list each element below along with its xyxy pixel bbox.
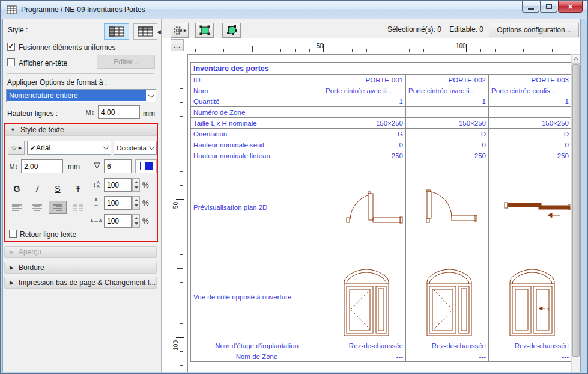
script-select[interactable]: Occidental bbox=[114, 141, 157, 155]
strikethrough-button[interactable]: Ŧ bbox=[69, 182, 87, 196]
script-name: Occidental bbox=[114, 143, 147, 153]
italic-button[interactable]: I bbox=[27, 182, 47, 196]
cell[interactable]: PORTE-001 bbox=[323, 75, 406, 85]
row-label[interactable]: Prévisualisation plan 2D bbox=[191, 161, 323, 254]
line-spacing-icon: ↕AA bbox=[89, 179, 103, 191]
text-style-section-header[interactable]: ▼ Style de texte bbox=[5, 124, 157, 136]
cell[interactable] bbox=[489, 107, 572, 118]
row-label[interactable]: Taille L x H nominale bbox=[191, 118, 323, 129]
width-factor-stepper[interactable] bbox=[132, 196, 140, 210]
cell[interactable]: Rez-de-chaussée bbox=[323, 340, 406, 351]
bold-button[interactable]: G bbox=[8, 182, 26, 196]
cell[interactable]: 250 bbox=[406, 150, 489, 161]
cell[interactable]: 150×250 bbox=[323, 118, 406, 129]
scrollbar-thumb[interactable] bbox=[572, 64, 580, 357]
ruler-corner-button[interactable]: ... bbox=[171, 39, 184, 51]
cell[interactable]: --- bbox=[489, 351, 572, 362]
cell-door-elevation-2[interactable] bbox=[406, 254, 489, 340]
cell[interactable]: 1 bbox=[406, 96, 489, 107]
cell[interactable]: 250 bbox=[323, 150, 406, 161]
pen-number-input[interactable] bbox=[104, 159, 132, 173]
cell[interactable]: Rez-de-chaussée bbox=[406, 340, 489, 351]
cell[interactable]: --- bbox=[323, 351, 406, 362]
row-height-input[interactable] bbox=[98, 105, 140, 119]
cell-door-plan-1[interactable] bbox=[323, 161, 406, 254]
titlebar[interactable]: Programme / NE-09 Inventaires Portes × bbox=[1, 1, 587, 19]
cell[interactable]: 1 bbox=[323, 96, 406, 107]
cell[interactable]: D bbox=[489, 129, 572, 139]
options-configuration-button[interactable]: Options configuration... bbox=[489, 23, 579, 37]
letter-spacing-stepper[interactable] bbox=[132, 214, 140, 228]
cell[interactable]: --- bbox=[406, 351, 489, 362]
close-button[interactable]: × bbox=[558, 1, 583, 13]
panel-print-footer[interactable]: ▶ Impression bas de page & Changement f.… bbox=[4, 277, 157, 289]
cell-door-plan-3[interactable] bbox=[489, 161, 572, 254]
cell[interactable]: D bbox=[406, 129, 489, 139]
vertical-scrollbar[interactable] bbox=[571, 54, 580, 372]
show-header-checkbox[interactable] bbox=[7, 58, 15, 66]
row-label[interactable]: Numéro de Zone bbox=[191, 107, 323, 118]
apply-format-select[interactable]: Nomenclature entière bbox=[6, 89, 156, 102]
cell[interactable]: Porte cintrée avec ti... bbox=[323, 85, 406, 96]
letter-spacing-input[interactable] bbox=[104, 214, 132, 228]
table-row: Taille L x H nominale 150×250 150×250 15… bbox=[191, 118, 572, 129]
style-grid-option-1[interactable] bbox=[104, 23, 129, 40]
favorites-button[interactable]: ☆ ▶ bbox=[8, 141, 25, 155]
line-spacing-stepper[interactable] bbox=[132, 178, 140, 192]
row-label[interactable]: Nom d'étage d'implantation bbox=[191, 340, 323, 351]
apply-format-label: Appliquer Options de format à : bbox=[7, 78, 107, 87]
style-grid-option-2[interactable] bbox=[133, 23, 157, 40]
cell[interactable]: 150×250 bbox=[406, 118, 489, 129]
underline-button[interactable]: S bbox=[49, 182, 67, 196]
row-label[interactable]: Hauteur nominale seuil bbox=[191, 139, 323, 150]
scroll-up-button[interactable] bbox=[572, 54, 580, 64]
row-label[interactable]: Nom de Zone bbox=[191, 351, 323, 362]
text-wrap-checkbox[interactable] bbox=[9, 230, 17, 238]
schedule-title[interactable]: Inventaire des portes bbox=[191, 63, 572, 75]
cell[interactable]: 1 bbox=[489, 96, 572, 107]
select-polygon-button[interactable] bbox=[222, 23, 241, 38]
row-label[interactable]: ID bbox=[191, 75, 323, 85]
maximize-button[interactable] bbox=[540, 1, 557, 13]
cell[interactable]: 0 bbox=[489, 139, 572, 150]
cell[interactable]: Rez-de-chaussée bbox=[489, 340, 572, 351]
cell[interactable]: G bbox=[323, 129, 406, 139]
align-left-button[interactable] bbox=[8, 201, 26, 214]
minimize-button[interactable] bbox=[522, 1, 539, 13]
row-label[interactable]: Nom bbox=[191, 85, 323, 96]
align-center-button[interactable] bbox=[28, 201, 46, 214]
settings-button[interactable]: ▶ bbox=[171, 23, 189, 38]
select-cells-button[interactable] bbox=[195, 23, 214, 38]
line-spacing-input[interactable] bbox=[104, 178, 132, 192]
door-plan-swing-left-icon bbox=[326, 162, 406, 254]
door-plan-swing-right-icon bbox=[408, 162, 489, 254]
cell[interactable]: Porte cintrée avec ti... bbox=[406, 85, 489, 96]
text-size-input[interactable] bbox=[21, 159, 63, 173]
cell[interactable] bbox=[406, 107, 489, 118]
cell-door-elevation-1[interactable] bbox=[323, 254, 406, 340]
pen-color-button[interactable] bbox=[135, 159, 157, 173]
cell[interactable]: 150×250 bbox=[489, 118, 572, 129]
cell-door-elevation-3[interactable] bbox=[489, 254, 572, 340]
align-justify-button[interactable] bbox=[69, 201, 87, 214]
sidebar-splitter[interactable]: ◀ bbox=[158, 19, 162, 372]
edit-header-button[interactable]: Editer... bbox=[97, 55, 155, 69]
panel-border[interactable]: ▶ Bordure bbox=[4, 262, 157, 274]
align-right-button[interactable] bbox=[49, 201, 67, 214]
cell[interactable]: PORTE-002 bbox=[406, 75, 489, 85]
row-label[interactable]: Orientation bbox=[191, 129, 323, 139]
cell[interactable]: 250 bbox=[489, 150, 572, 161]
panel-preview[interactable]: ▶ Aperçu bbox=[4, 246, 157, 258]
row-label[interactable]: Quantité bbox=[191, 96, 323, 107]
cell[interactable]: PORTE-003 bbox=[489, 75, 572, 85]
font-select[interactable]: ✓Arial bbox=[27, 141, 111, 155]
cell[interactable]: 0 bbox=[323, 139, 406, 150]
row-label[interactable]: Vue de côté opposé à ouverture bbox=[191, 254, 323, 340]
row-label[interactable]: Hauteur nominale linteau bbox=[191, 150, 323, 161]
merge-uniform-checkbox[interactable]: ✓ bbox=[7, 43, 15, 51]
cell[interactable]: Porte cintrée coulis... bbox=[489, 85, 572, 96]
cell-door-plan-2[interactable] bbox=[406, 161, 489, 254]
cell[interactable]: 0 bbox=[406, 139, 489, 150]
cell[interactable] bbox=[323, 107, 406, 118]
width-factor-input[interactable] bbox=[104, 196, 132, 210]
